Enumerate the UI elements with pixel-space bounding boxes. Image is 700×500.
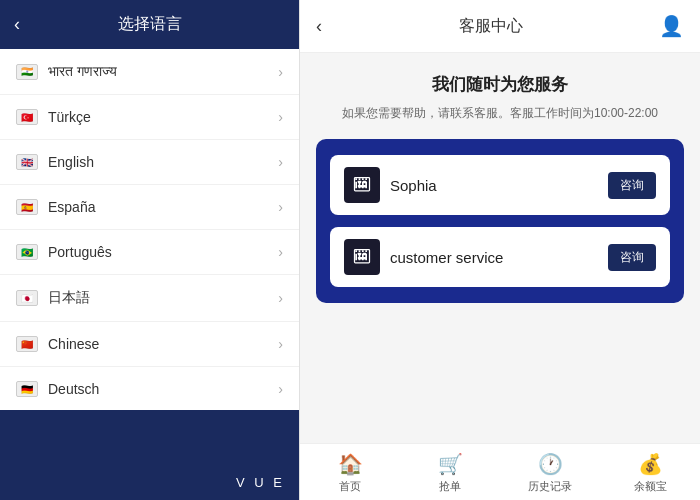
flag-icon: 🇮🇳 <box>16 64 38 80</box>
nav-item-抢单[interactable]: 🛒 抢单 <box>420 452 480 494</box>
left-header: ‹ 选择语言 <box>0 0 299 49</box>
language-item[interactable]: 🇯🇵 日本語 › <box>0 275 299 322</box>
svg-rect-6 <box>363 253 366 256</box>
brand-label: V U E <box>236 475 285 490</box>
intro-title: 我们随时为您服务 <box>316 73 684 96</box>
language-item[interactable]: 🇹🇷 Türkçe › <box>0 95 299 140</box>
flag-icon: 🇹🇷 <box>16 109 38 125</box>
lang-name: Deutsch <box>48 381 99 397</box>
nav-item-历史记录[interactable]: 🕐 历史记录 <box>520 452 580 494</box>
nav-label: 抢单 <box>439 479 461 494</box>
lang-name: भारत गणराज्य <box>48 63 117 80</box>
right-panel: ‹ 客服中心 👤 我们随时为您服务 如果您需要帮助，请联系客服。客服工作时间为1… <box>300 0 700 500</box>
left-footer: V U E <box>0 410 299 500</box>
nav-icon: 💰 <box>638 452 663 476</box>
consult-button[interactable]: 咨询 <box>608 172 656 199</box>
svg-rect-1 <box>358 181 361 184</box>
agent-avatar-icon <box>344 239 380 275</box>
lang-item-left: 🇹🇷 Türkçe <box>16 109 91 125</box>
chevron-right-icon: › <box>278 64 283 80</box>
svg-rect-3 <box>358 185 366 188</box>
lang-name: España <box>48 199 95 215</box>
language-item[interactable]: 🇩🇪 Deutsch › <box>0 367 299 410</box>
language-item[interactable]: 🇪🇸 España › <box>0 185 299 230</box>
agents-box: Sophia 咨询 customer service 咨询 <box>316 139 684 303</box>
agent-card-left: Sophia <box>344 167 437 203</box>
language-item[interactable]: 🇬🇧 English › <box>0 140 299 185</box>
lang-item-left: 🇯🇵 日本語 <box>16 289 90 307</box>
language-item[interactable]: 🇨🇳 Chinese › <box>0 322 299 367</box>
profile-icon[interactable]: 👤 <box>659 14 684 38</box>
nav-icon: 🏠 <box>338 452 363 476</box>
right-content: 我们随时为您服务 如果您需要帮助，请联系客服。客服工作时间为10:00-22:0… <box>300 53 700 443</box>
agent-avatar-icon <box>344 167 380 203</box>
nav-label: 首页 <box>339 479 361 494</box>
chevron-right-icon: › <box>278 290 283 306</box>
agent-name: customer service <box>390 249 503 266</box>
lang-item-left: 🇮🇳 भारत गणराज्य <box>16 63 117 80</box>
lang-name: 日本語 <box>48 289 90 307</box>
nav-item-余额宝[interactable]: 💰 余额宝 <box>620 452 680 494</box>
left-header-title: 选择语言 <box>118 14 182 35</box>
agent-card-left: customer service <box>344 239 503 275</box>
service-intro: 我们随时为您服务 如果您需要帮助，请联系客服。客服工作时间为10:00-22:0… <box>316 73 684 123</box>
bottom-nav: 🏠 首页 🛒 抢单 🕐 历史记录 💰 余额宝 <box>300 443 700 500</box>
svg-rect-2 <box>363 181 366 184</box>
chevron-right-icon: › <box>278 244 283 260</box>
agent-name: Sophia <box>390 177 437 194</box>
lang-item-left: 🇨🇳 Chinese <box>16 336 99 352</box>
lang-item-left: 🇬🇧 English <box>16 154 94 170</box>
flag-icon: 🇪🇸 <box>16 199 38 215</box>
nav-label: 历史记录 <box>528 479 572 494</box>
language-list: 🇮🇳 भारत गणराज्य › 🇹🇷 Türkçe › 🇬🇧 English… <box>0 49 299 410</box>
lang-name: English <box>48 154 94 170</box>
agent-card[interactable]: customer service 咨询 <box>330 227 670 287</box>
left-panel: ‹ 选择语言 🇮🇳 भारत गणराज्य › 🇹🇷 Türkçe › 🇬🇧 … <box>0 0 300 500</box>
lang-name: Chinese <box>48 336 99 352</box>
language-item[interactable]: 🇧🇷 Português › <box>0 230 299 275</box>
chevron-right-icon: › <box>278 199 283 215</box>
flag-icon: 🇯🇵 <box>16 290 38 306</box>
right-header-title: 客服中心 <box>459 16 523 37</box>
chevron-right-icon: › <box>278 154 283 170</box>
lang-item-left: 🇪🇸 España <box>16 199 95 215</box>
language-item[interactable]: 🇮🇳 भारत गणराज्य › <box>0 49 299 95</box>
lang-item-left: 🇧🇷 Português <box>16 244 112 260</box>
nav-icon: 🕐 <box>538 452 563 476</box>
flag-icon: 🇨🇳 <box>16 336 38 352</box>
right-header: ‹ 客服中心 👤 <box>300 0 700 53</box>
right-back-button[interactable]: ‹ <box>316 16 322 37</box>
lang-name: Português <box>48 244 112 260</box>
consult-button[interactable]: 咨询 <box>608 244 656 271</box>
nav-icon: 🛒 <box>438 452 463 476</box>
svg-rect-5 <box>358 253 361 256</box>
lang-name: Türkçe <box>48 109 91 125</box>
agent-card[interactable]: Sophia 咨询 <box>330 155 670 215</box>
lang-item-left: 🇩🇪 Deutsch <box>16 381 99 397</box>
chevron-right-icon: › <box>278 109 283 125</box>
svg-rect-7 <box>358 257 366 260</box>
nav-item-首页[interactable]: 🏠 首页 <box>320 452 380 494</box>
nav-label: 余额宝 <box>634 479 667 494</box>
flag-icon: 🇬🇧 <box>16 154 38 170</box>
left-back-button[interactable]: ‹ <box>14 14 20 35</box>
chevron-right-icon: › <box>278 381 283 397</box>
flag-icon: 🇩🇪 <box>16 381 38 397</box>
intro-subtitle: 如果您需要帮助，请联系客服。客服工作时间为10:00-22:00 <box>316 104 684 123</box>
chevron-right-icon: › <box>278 336 283 352</box>
flag-icon: 🇧🇷 <box>16 244 38 260</box>
